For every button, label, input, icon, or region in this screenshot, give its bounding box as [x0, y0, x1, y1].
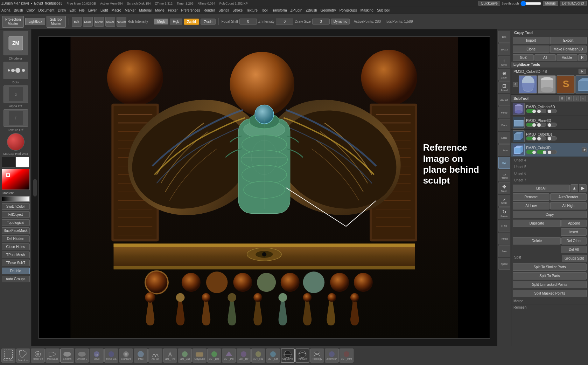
del-hidden-button[interactable]: Del Hidden [2, 235, 30, 242]
copy-button[interactable]: Copy [513, 211, 587, 218]
xyz-button[interactable]: Xyz [498, 157, 510, 169]
draw-button[interactable]: Draw [83, 17, 93, 27]
infill-button[interactable]: In Fill [498, 220, 510, 232]
menu-brush[interactable]: Brush [14, 8, 23, 12]
subtool-item-3[interactable]: PM3D_Cube3D1 [511, 130, 588, 143]
menu-tool[interactable]: Tool [261, 8, 267, 12]
aahalf-button[interactable]: AAHalf [498, 94, 510, 106]
gradient-swatch[interactable] [2, 196, 30, 202]
z-intensity-value[interactable]: 0 [276, 19, 293, 25]
backface-mask-button[interactable]: BackFaceMask [2, 227, 30, 234]
lsym-button[interactable]: L Sym [498, 144, 510, 156]
menu-color[interactable]: Color [27, 8, 35, 12]
tool-thumb-2[interactable] [538, 75, 556, 94]
menu-zbrush[interactable]: ZBrush [306, 8, 317, 12]
scroll-button[interactable]: ↕ Scroll [498, 56, 510, 68]
brush-3dt-bac2[interactable]: 3DT_Bac [207, 349, 221, 363]
arrow-up-button[interactable]: ▲ [570, 184, 578, 192]
menu-macro[interactable]: Macro [112, 8, 121, 12]
subtool-toggle-on-3[interactable] [526, 136, 536, 140]
rgb-button[interactable]: Rgb [170, 19, 182, 25]
menu-zplugin[interactable]: ZPlugin [290, 8, 302, 12]
brush-selectrec[interactable]: SelectRec [1, 349, 15, 363]
quicksave-button[interactable]: QuickSave [478, 1, 500, 6]
brush-maskpen[interactable]: MaskPen [31, 349, 45, 363]
duplicate-button[interactable]: Duplicate [513, 220, 561, 227]
auto-reorder-button[interactable]: AutoReorder [550, 193, 587, 201]
scale-vt-button[interactable]: ⤢ Scale [498, 195, 510, 207]
color-swatch-primary[interactable] [2, 157, 15, 167]
r-button[interactable]: R [578, 54, 587, 61]
see-through-slider[interactable] [520, 1, 541, 6]
dynamic-button[interactable]: Dynamic [331, 19, 350, 25]
brush-inflat[interactable]: Inflat [134, 349, 148, 363]
menu-stencil[interactable]: Stencil [218, 8, 229, 12]
color-swatch-secondary[interactable] [16, 157, 29, 167]
menu-edit[interactable]: Edit [70, 8, 76, 12]
split-unmasked-points-button[interactable]: Split Unmasked Points [513, 281, 587, 288]
export-button[interactable]: Export [550, 37, 587, 44]
menu-layer[interactable]: Layer [88, 8, 97, 12]
script-dropdown[interactable]: DefaultZScript [560, 1, 587, 6]
subtool-toggle-3-2[interactable] [547, 123, 557, 127]
zadd-button[interactable]: Zadd [184, 19, 199, 25]
menu-render[interactable]: Render [204, 8, 215, 12]
projection-master-button[interactable]: ProjectionMaster [2, 16, 24, 28]
split-to-parts-button[interactable]: Split To Parts [513, 272, 587, 280]
menu-stroke[interactable]: Stroke [232, 8, 243, 12]
subtool-toggle-3-1[interactable] [547, 109, 557, 113]
subtool-toggle-on-4[interactable] [526, 150, 536, 154]
subtool-toggle-3-4[interactable] [547, 150, 557, 154]
tool-thumb-4[interactable] [575, 75, 588, 94]
subtool-item-2[interactable]: PM3D_Plane3D [511, 116, 588, 130]
texture-thumb[interactable]: T [4, 109, 28, 127]
rotate-button[interactable]: Rotate [117, 17, 126, 27]
goz-button[interactable]: GoZ [513, 54, 534, 61]
list-all-button[interactable]: List All [513, 185, 570, 192]
pm3d-r-button[interactable]: R [579, 69, 586, 74]
close-holes-button[interactable]: Close Holes [2, 243, 30, 250]
make-polymesh3d-button[interactable]: Make PolyMesh3D [550, 46, 587, 53]
alpha-thumb[interactable]: α [4, 85, 28, 103]
groups-split-button[interactable]: Groups Split [562, 255, 587, 262]
brush-trimcurv[interactable]: TrimCurv [295, 349, 309, 363]
zmodeler-thumb[interactable]: ZM [4, 31, 28, 55]
brush-3dt-sof[interactable]: 3DT_Sof [266, 349, 280, 363]
zsub-button[interactable]: Zsub [201, 19, 215, 25]
all-high-button[interactable]: All High [550, 202, 587, 209]
tool-thumb-1[interactable] [519, 75, 537, 94]
visible-button[interactable]: Visible [556, 54, 578, 61]
bas-button[interactable]: Bas [498, 31, 510, 43]
menu-masking[interactable]: Masking [360, 8, 373, 12]
del-other-button[interactable]: Del Other [561, 237, 587, 245]
subtool-icon-2[interactable]: ⊖ [566, 96, 572, 101]
menu-marker[interactable]: Marker [125, 8, 135, 12]
menu-alpha[interactable]: Alpha [1, 8, 10, 12]
color-picker[interactable] [2, 169, 30, 190]
menu-preferences[interactable]: Preferences [181, 8, 200, 12]
subtool-item-4[interactable]: PM3D_Cube3D 👁 [511, 143, 588, 157]
auto-groups-button[interactable]: Auto Groups [2, 276, 30, 282]
brush-3dt-trir[interactable]: 3DT_Trir [237, 349, 251, 363]
zoom-button[interactable]: ⊕ Zoom [498, 69, 510, 81]
brush-move[interactable]: M Move [90, 349, 104, 363]
floor-button[interactable]: Floor [498, 119, 510, 131]
append-button[interactable]: Append [561, 220, 587, 227]
subtool-eye-icon-4[interactable]: 👁 [582, 147, 587, 152]
split-masked-points-button[interactable]: Split Masked Points [513, 290, 587, 297]
subtool-icon-3[interactable]: ⋮ [573, 96, 579, 101]
menu-picker[interactable]: Picker [168, 8, 178, 12]
subtool-item-1[interactable]: PM3D_Cylinder3D [511, 102, 588, 116]
mrgb-button[interactable]: Mrgb [154, 19, 168, 25]
subtool-icon-4[interactable]: ⌄ [580, 96, 586, 101]
brush-masklass[interactable]: MaskLass [46, 349, 59, 363]
subtool-icon-1[interactable]: ⊕ [559, 96, 565, 101]
subtool-toggle-on-1[interactable] [526, 109, 536, 113]
fill-object-button[interactable]: FillObject [2, 211, 30, 218]
dots-thumb[interactable] [4, 62, 28, 79]
brush-move-ela[interactable]: Move Ela [104, 349, 118, 363]
menu-movie[interactable]: Movie [155, 8, 164, 12]
subtool-toggle-3-3[interactable] [547, 136, 557, 140]
subtool-toggle-2-4[interactable] [537, 150, 546, 154]
brush-topology[interactable]: Topology [310, 349, 324, 363]
